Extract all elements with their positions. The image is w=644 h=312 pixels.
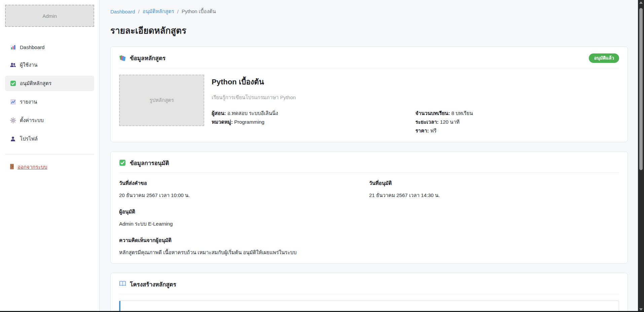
request-date-value: 20 ธันวาคม 2567 เวลา 10:00 น. — [119, 191, 369, 199]
admin-app: Admin Dashboard ผู้ใช้งาน อนุมัติหลักสูต… — [0, 0, 644, 312]
scrollbar-thumb[interactable] — [639, 8, 643, 170]
breadcrumb-link-course-approval[interactable]: อนุมัติหลักสูตร — [143, 7, 174, 15]
sidebar-item-users[interactable]: ผู้ใช้งาน — [5, 57, 94, 73]
approve-date-label: วันที่อนุมัติ — [369, 179, 619, 187]
gear-icon — [10, 117, 16, 124]
course-card-title: ข้อมูลหลักสูตร — [130, 53, 166, 63]
sidebar-item-course-approval[interactable]: อนุมัติหลักสูตร — [5, 76, 94, 91]
breadcrumb-separator: / — [138, 9, 139, 14]
course-info-card: ข้อมูลหลักสูตร อนุมัติแล้ว รูปหลักสูตร P… — [110, 46, 628, 142]
door-logout-icon — [10, 164, 14, 170]
breadcrumb: Dashboard / อนุมัติหลักสูตร / Python เบื… — [110, 7, 628, 15]
sidebar-item-settings[interactable]: ตั้งค่าระบบ — [5, 113, 94, 128]
sidebar-item-profile[interactable]: โปรไฟล์ — [5, 131, 94, 147]
sidebar-item-label: ตั้งค่าระบบ — [20, 116, 44, 124]
scroll-down-arrow-icon[interactable] — [639, 308, 643, 311]
course-instructor: ผู้สอน: อ.ทดสอบ ระบบอีเลินนิ่ง — [212, 109, 416, 118]
course-category: หมวดหมู่: Programming — [212, 118, 416, 126]
profile-icon — [10, 136, 16, 142]
course-name: Python เบื้องต้น — [212, 76, 619, 88]
divider — [119, 68, 619, 68]
sidebar-item-label: ผู้ใช้งาน — [20, 61, 37, 69]
approver-value: Admin ระบบ E-Learning — [119, 220, 619, 228]
sidebar-item-label: โปรไฟล์ — [20, 135, 38, 143]
course-duration: ระยะเวลา: 120 นาที — [416, 118, 619, 126]
course-card-header: ข้อมูลหลักสูตร — [119, 53, 166, 63]
structure-card-title: โครงสร้างหลักสูตร — [130, 280, 176, 289]
admin-logo-placeholder: Admin — [5, 5, 94, 27]
course-price: ราคา: ฟรี — [416, 126, 619, 135]
course-meta-left: ผู้สอน: อ.ทดสอบ ระบบอีเลินนิ่ง หมวดหมู่:… — [212, 109, 416, 135]
sidebar-item-label: Dashboard — [20, 44, 44, 50]
request-date-block: วันที่ส่งคำขอ 20 ธันวาคม 2567 เวลา 10:00… — [119, 179, 369, 199]
scroll-up-arrow-icon[interactable] — [639, 1, 643, 4]
course-image-placeholder: รูปหลักสูตร — [119, 75, 204, 126]
approval-card-header: ข้อมูลการอนุมัติ — [119, 158, 169, 167]
course-description: เรียนรู้การเขียนโปรแกรมภาษา Python — [212, 93, 619, 102]
approve-date-block: วันที่อนุมัติ 21 ธันวาคม 2567 เวลา 14:30… — [369, 179, 619, 199]
report-chart-icon — [10, 99, 16, 105]
approver-comment-value: หลักสูตรมีคุณภาพดี เนื้อหาครบถ้วน เหมาะส… — [119, 248, 619, 257]
open-book-icon — [119, 281, 127, 288]
vertical-scrollbar[interactable] — [638, 0, 644, 312]
users-icon — [10, 62, 16, 68]
sidebar-item-label: อนุมัติหลักสูตร — [20, 79, 51, 87]
approver-comment-label: ความคิดเห็นจากผู้อนุมัติ — [119, 236, 619, 244]
request-date-label: วันที่ส่งคำขอ — [119, 179, 369, 187]
main-content: Dashboard / อนุมัติหลักสูตร / Python เบื… — [100, 0, 638, 312]
sidebar-divider — [5, 154, 94, 154]
admin-logo-text: Admin — [42, 13, 57, 19]
course-structure-card: โครงสร้างหลักสูตร — [110, 273, 628, 312]
approve-date-value: 21 ธันวาคม 2567 เวลา 14:30 น. — [369, 191, 619, 199]
breadcrumb-link-dashboard[interactable]: Dashboard — [110, 9, 135, 14]
breadcrumb-current: Python เบื้องต้น — [182, 7, 216, 15]
books-icon — [119, 54, 127, 62]
logout-link[interactable]: ออกจากระบบ — [10, 163, 94, 171]
structure-card-header: โครงสร้างหลักสูตร — [119, 280, 176, 289]
approval-card-title: ข้อมูลการอนุมัติ — [130, 158, 169, 167]
course-lessons: จำนวนบทเรียน: 8 บทเรียน — [416, 109, 619, 118]
course-image-placeholder-text: รูปหลักสูตร — [149, 96, 174, 104]
logout-label: ออกจากระบบ — [17, 163, 47, 171]
breadcrumb-separator: / — [177, 9, 179, 14]
approver-label: ผู้อนุมัติ — [119, 208, 619, 216]
approve-check-icon — [10, 80, 16, 87]
approver-comment-block: ความคิดเห็นจากผู้อนุมัติ หลักสูตรมีคุณภา… — [119, 236, 619, 257]
course-meta-right: จำนวนบทเรียน: 8 บทเรียน ระยะเวลา: 120 นา… — [416, 109, 619, 135]
divider — [119, 172, 619, 173]
sidebar-nav: Dashboard ผู้ใช้งาน อนุมัติหลักสูตร รายง… — [5, 40, 94, 147]
sidebar-item-label: รายงาน — [20, 98, 37, 106]
divider — [119, 294, 619, 294]
lesson-item[interactable] — [119, 301, 619, 312]
sidebar: Admin Dashboard ผู้ใช้งาน อนุมัติหลักสูต… — [0, 0, 100, 312]
status-badge: อนุมัติแล้ว — [589, 53, 619, 63]
check-icon — [119, 159, 127, 167]
dashboard-icon — [10, 44, 16, 50]
approval-info-card: ข้อมูลการอนุมัติ วันที่ส่งคำขอ 20 ธันวาค… — [110, 151, 628, 264]
page-title: รายละเอียดหลักสูตร — [110, 24, 628, 37]
approver-block: ผู้อนุมัติ Admin ระบบ E-Learning — [119, 208, 619, 228]
sidebar-item-reports[interactable]: รายงาน — [5, 94, 94, 110]
sidebar-item-dashboard[interactable]: Dashboard — [5, 40, 94, 54]
